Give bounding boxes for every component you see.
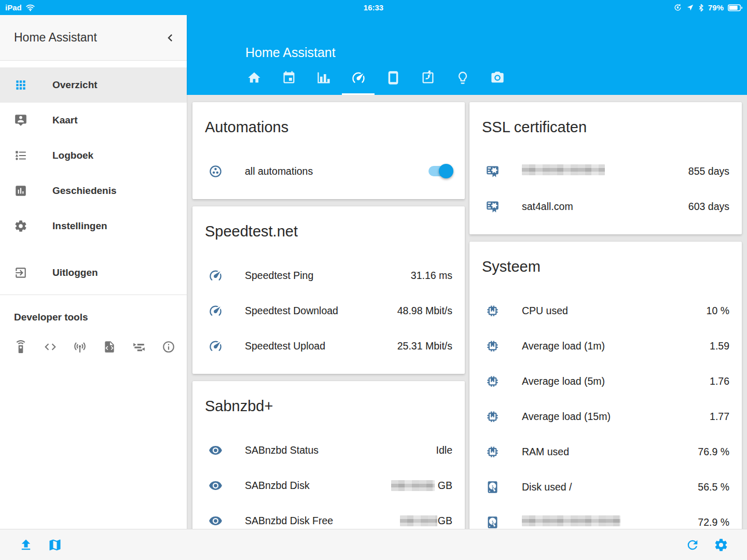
access-point-network-icon[interactable] (73, 340, 87, 354)
entity-name: CPU used (522, 305, 568, 317)
chip-icon (482, 410, 503, 424)
status-bar: iPad 16:33 (0, 0, 747, 15)
card-title: Sabnzbd+ (192, 381, 465, 432)
speedometer-icon (205, 339, 226, 353)
entity-row-speedtest-upload[interactable]: Speedtest Upload 25.31 Mbit/s (192, 328, 465, 363)
entity-row-sabnzbd-disk[interactable]: SABnzbd Disk GB (192, 468, 465, 503)
sidebar-item-overzicht[interactable]: Overzicht (0, 67, 187, 103)
entity-row-cpu-used[interactable]: CPU used 10 % (469, 293, 742, 328)
entity-name: SABnzbd Disk (245, 480, 310, 492)
camera-icon (490, 71, 505, 85)
harddisk-icon (482, 480, 503, 494)
card-title: Systeem (469, 242, 742, 293)
card-title: Automations (192, 102, 465, 153)
sidebar-header: Home Assistant (0, 15, 187, 61)
entity-row-load-5m[interactable]: Average load (5m) 1.76 (469, 363, 742, 399)
entity-name: Average load (1m) (522, 340, 605, 352)
tab-tablet[interactable] (376, 61, 410, 95)
redacted-value (400, 515, 437, 526)
page-title: Home Assistant (245, 45, 336, 60)
entity-row-ram-used[interactable]: RAM used 76.9 % (469, 434, 742, 469)
entity-row-disk-used[interactable]: Disk used / 56.5 % (469, 469, 742, 505)
entity-name (522, 515, 620, 529)
map-icon[interactable] (48, 538, 62, 552)
refresh-icon[interactable] (685, 538, 700, 552)
apps-icon (14, 78, 27, 92)
gear-icon (14, 219, 27, 233)
sidebar-item-geschiedenis[interactable]: Geschiedenis (0, 173, 187, 208)
entity-value: 603 days (688, 201, 729, 213)
tab-history-chart[interactable] (306, 61, 341, 95)
music-box-icon (421, 71, 435, 85)
code-tags-icon[interactable] (44, 340, 57, 354)
speedometer-icon (351, 71, 366, 85)
entity-value: 10 % (707, 305, 729, 317)
entity-value: 76.9 % (698, 446, 729, 458)
upload-icon[interactable] (19, 538, 33, 552)
entity-row-disk-used-2[interactable]: 72.9 % (469, 505, 742, 529)
lightbulb-icon (455, 71, 470, 85)
entity-value: 1.59 (710, 340, 729, 352)
collapse-sidebar-button[interactable] (163, 31, 177, 45)
entity-row-all-automations[interactable]: all automations (192, 153, 465, 189)
sidebar-divider (0, 295, 187, 295)
tab-lights[interactable] (445, 61, 480, 95)
card-sabnzbd: Sabnzbd+ SABnzbd Status Idle SABnzbd Dis… (192, 381, 465, 529)
speedometer-icon (205, 269, 226, 283)
entity-value: 855 days (688, 165, 729, 177)
entity-name: Average load (15m) (522, 411, 611, 423)
sidebar-title: Home Assistant (14, 31, 97, 45)
sidebar-item-instellingen[interactable]: Instellingen (0, 208, 187, 244)
card-title: SSL certificaten (469, 102, 742, 153)
chip-icon (482, 374, 503, 388)
entity-row-speedtest-ping[interactable]: Speedtest Ping 31.16 ms (192, 258, 465, 293)
entity-name: all automations (245, 165, 313, 177)
bluetooth-icon (698, 4, 704, 12)
battery-percent: 79% (708, 3, 724, 12)
tab-camera[interactable] (480, 61, 515, 95)
entity-name: Speedtest Upload (245, 340, 325, 352)
group-circles-icon (205, 164, 226, 178)
sidebar-item-logboek[interactable]: Logboek (0, 138, 187, 173)
location-icon (686, 4, 694, 11)
sidebar-item-label: Geschiedenis (52, 185, 117, 197)
entity-unit: GB (438, 515, 452, 527)
entity-row-ssl-cert-2[interactable]: sat4all.com 603 days (469, 189, 742, 224)
app-header: Home Assistant (187, 15, 747, 95)
card-title: Speedtest.net (192, 206, 465, 258)
all-automations-toggle[interactable] (428, 164, 452, 178)
logout-icon (14, 266, 27, 279)
chip-icon (482, 445, 503, 459)
tab-calendar[interactable] (271, 61, 306, 95)
tab-home[interactable] (237, 61, 271, 95)
entity-row-sabnzbd-status[interactable]: SABnzbd Status Idle (192, 432, 465, 468)
remote-icon[interactable] (14, 340, 27, 354)
entity-row-ssl-cert-1[interactable]: 855 days (469, 153, 742, 189)
tooltip-account-icon (14, 114, 27, 127)
entity-row-load-15m[interactable]: Average load (15m) 1.77 (469, 399, 742, 434)
entity-value: 31.16 ms (411, 270, 452, 282)
sidebar-item-uitloggen[interactable]: Uitloggen (0, 255, 187, 290)
sidebar: Home Assistant Overzicht Kaart (0, 15, 187, 529)
info-icon[interactable] (162, 340, 175, 354)
entity-name: Disk used / (522, 481, 572, 493)
redacted-value (391, 480, 435, 491)
tab-speedometer[interactable] (341, 61, 376, 95)
toggle-knob (439, 164, 453, 178)
bottom-toolbar (0, 529, 747, 560)
speedometer-icon (205, 304, 226, 318)
entity-row-sabnzbd-disk-free[interactable]: SABnzbd Disk Free GB (192, 503, 465, 529)
settings-gear-icon[interactable] (714, 538, 728, 552)
chip-icon (482, 339, 503, 353)
tab-media[interactable] (410, 61, 445, 95)
sidebar-item-kaart[interactable]: Kaart (0, 103, 187, 138)
entity-row-load-1m[interactable]: Average load (1m) 1.59 (469, 328, 742, 363)
entity-row-speedtest-download[interactable]: Speedtest Download 48.98 Mbit/s (192, 293, 465, 328)
entity-name: Speedtest Download (245, 305, 338, 317)
mqtt-icon[interactable] (132, 340, 146, 354)
redacted-label (522, 164, 605, 175)
sidebar-item-label: Instellingen (52, 220, 107, 232)
certificate-icon (482, 164, 503, 178)
home-icon (247, 71, 261, 85)
file-code-icon[interactable] (103, 340, 116, 354)
